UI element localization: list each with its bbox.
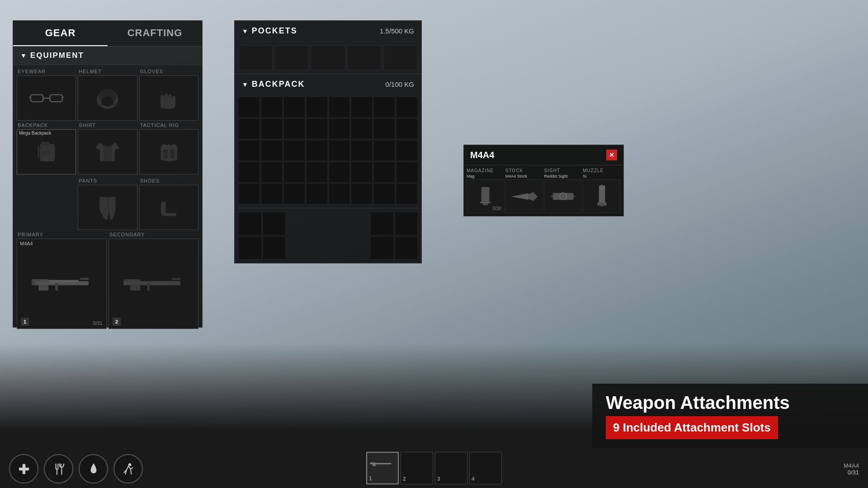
attachment-sight[interactable]: SIGHT Reddot Sight: [544, 168, 582, 213]
backpack-cell[interactable]: [329, 162, 350, 183]
backpack-cell[interactable]: [329, 140, 350, 161]
pocket-slot-1[interactable]: [238, 45, 273, 70]
backpack-cell[interactable]: [396, 118, 418, 139]
storage-cell[interactable]: [395, 212, 418, 235]
storage-cell[interactable]: [370, 236, 394, 260]
quickslot-4[interactable]: 4: [469, 452, 502, 484]
backpack-cell[interactable]: [238, 118, 260, 139]
water-button[interactable]: [79, 454, 108, 483]
backpack-cell[interactable]: [283, 183, 305, 204]
backpack-cell[interactable]: [351, 140, 373, 161]
backpack-cell[interactable]: [351, 162, 373, 183]
run-button[interactable]: [113, 454, 143, 483]
weapon-detail-close-button[interactable]: ✕: [606, 150, 617, 160]
backpack-cell[interactable]: [283, 118, 305, 139]
backpack-cell[interactable]: [283, 162, 305, 183]
storage-cell[interactable]: [238, 236, 262, 260]
attachment-magazine-box[interactable]: 0/30: [467, 179, 505, 213]
backpack-cell[interactable]: [306, 183, 328, 204]
slot-tactical-rig-box[interactable]: [139, 129, 198, 174]
slot-helmet-box[interactable]: [78, 75, 137, 121]
slot-secondary-box[interactable]: 2: [108, 239, 198, 329]
slot-shoes-box[interactable]: [139, 185, 198, 230]
backpack-cell[interactable]: [396, 162, 418, 183]
slot-gloves[interactable]: GLOVES: [139, 69, 198, 121]
backpack-cell[interactable]: [306, 162, 328, 183]
backpack-cell[interactable]: [351, 118, 373, 139]
attachment-muzzle[interactable]: MUZZLE Si: [583, 168, 621, 213]
backpack-cell[interactable]: [373, 140, 395, 161]
backpack-cell[interactable]: [238, 162, 260, 183]
storage-cell[interactable]: [263, 212, 286, 235]
slot-backpack-equip[interactable]: BACKPACK Mega Backpack: [17, 122, 76, 174]
backpack-cell[interactable]: [373, 183, 395, 204]
slot-pants[interactable]: PANTS: [78, 178, 137, 230]
backpack-cell[interactable]: [351, 183, 373, 204]
backpack-cell[interactable]: [238, 140, 260, 161]
backpack-cell[interactable]: [283, 140, 305, 161]
water-drop-icon: [86, 462, 101, 476]
sunglasses-icon: [29, 85, 64, 112]
backpack-cell[interactable]: [261, 162, 283, 183]
attachment-magazine[interactable]: MAGAZINE Mag 0/30: [467, 168, 505, 213]
svg-rect-12: [41, 142, 49, 146]
tab-gear[interactable]: GEAR: [13, 21, 108, 46]
slot-gloves-box[interactable]: [139, 75, 198, 121]
storage-cell[interactable]: [370, 212, 394, 235]
backpack-cell[interactable]: [396, 97, 418, 117]
attachment-stock-box[interactable]: [505, 179, 543, 213]
attachment-sight-box[interactable]: [544, 179, 582, 213]
backpack-cell[interactable]: [261, 97, 283, 117]
quickslot-1[interactable]: 1: [366, 452, 399, 484]
backpack-cell[interactable]: [329, 183, 350, 204]
slot-shirt-box[interactable]: [78, 129, 137, 174]
slot-helmet[interactable]: HELMET: [78, 69, 137, 121]
slot-eyewear[interactable]: EYEWEAR: [17, 69, 76, 121]
notification-panel: Weapon Attachments 9 Included Attachment…: [592, 384, 868, 448]
svg-rect-59: [370, 462, 375, 463]
storage-cell[interactable]: [395, 236, 418, 260]
backpack-cell[interactable]: [283, 97, 305, 117]
backpack-cell[interactable]: [306, 118, 328, 139]
backpack-cell[interactable]: [396, 183, 418, 204]
backpack-cell[interactable]: [238, 97, 260, 117]
backpack-cell[interactable]: [373, 97, 395, 117]
storage-cell[interactable]: [238, 212, 262, 235]
backpack-cell[interactable]: [396, 140, 418, 161]
backpack-cell[interactable]: [306, 97, 328, 117]
pocket-slot-5[interactable]: [383, 45, 418, 70]
slot-tactical-rig[interactable]: TACTICAL RIG: [139, 122, 198, 174]
backpack-cell[interactable]: [306, 140, 328, 161]
backpack-cell[interactable]: [261, 183, 283, 204]
quickslot-3[interactable]: 3: [435, 452, 467, 484]
quickslot-2[interactable]: 2: [401, 452, 433, 484]
slot-secondary[interactable]: SECONDARY 2: [108, 232, 198, 329]
slot-shirt[interactable]: SHIRT: [78, 122, 137, 174]
slot-backpack-box[interactable]: Mega Backpack: [17, 129, 76, 174]
pocket-slot-4[interactable]: [347, 45, 382, 70]
storage-cell[interactable]: [263, 236, 286, 260]
slot-primary[interactable]: PRIMARY M4A4 1 0/31: [17, 232, 107, 329]
backpack-icon: [29, 139, 64, 165]
backpack-cell[interactable]: [261, 140, 283, 161]
tab-crafting[interactable]: CRAFTING: [108, 21, 202, 46]
backpack-cell[interactable]: [373, 118, 395, 139]
pocket-slot-2[interactable]: [274, 45, 309, 70]
backpack-cell[interactable]: [329, 118, 350, 139]
slot-eyewear-box[interactable]: [17, 75, 76, 121]
slot-pants-box[interactable]: [78, 185, 137, 230]
food-button[interactable]: [44, 454, 73, 483]
backpack-cell[interactable]: [261, 118, 283, 139]
slot-shoes[interactable]: SHOES: [139, 178, 198, 230]
pocket-slot-3[interactable]: [311, 45, 345, 70]
backpack-cell[interactable]: [373, 162, 395, 183]
backpack-cell[interactable]: [238, 183, 260, 204]
backpack-header-left: ▼ BACKPACK: [242, 80, 305, 89]
backpack-cell[interactable]: [351, 97, 373, 117]
attachment-muzzle-box[interactable]: [583, 179, 621, 213]
backpack-cell[interactable]: [329, 97, 350, 117]
attachment-stock[interactable]: STOCK M4A4 Stock: [505, 168, 543, 213]
health-button[interactable]: [9, 454, 38, 483]
muzzle-icon: [590, 184, 614, 209]
slot-primary-box[interactable]: M4A4 1 0/31: [17, 239, 107, 329]
